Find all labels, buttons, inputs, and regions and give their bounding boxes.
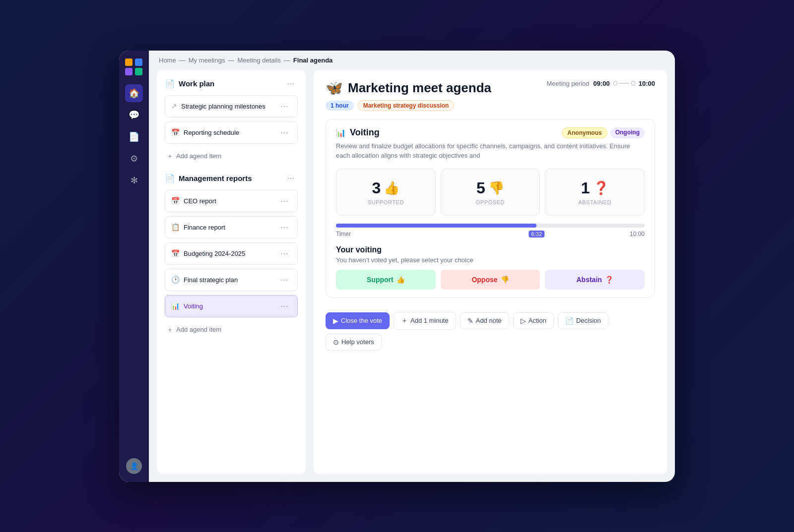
milestones-icon: ↗ [171, 102, 177, 110]
voiting-label: Voiting [184, 302, 203, 310]
sidebar-icon-home[interactable]: 🏠 [125, 84, 143, 102]
sidebar-icon-integration[interactable]: ✻ [125, 172, 143, 189]
breadcrumb: Home — My meetings — Meeting details — F… [149, 51, 675, 70]
avatar[interactable]: 👤 [126, 458, 142, 474]
close-vote-icon: ▶ [333, 317, 338, 325]
voiting-icon: 📊 [171, 302, 180, 310]
workplan-header: 📄 Work plan ⋯ [165, 78, 298, 89]
voting-header: 📊 Voiting Anonymous Ongoing [336, 127, 645, 138]
time-dot-left [613, 81, 618, 86]
content-area: 📄 Work plan ⋯ ↗ Strategic planning miles… [149, 70, 675, 482]
strategic-icon: 🕐 [171, 276, 180, 284]
abstain-button[interactable]: Abstain ❓ [545, 270, 645, 290]
ceo-more[interactable]: ⋯ [277, 195, 291, 207]
breadcrumb-sep2: — [228, 57, 234, 64]
abstained-count: 1 [581, 179, 590, 197]
timer-end: 10:00 [630, 231, 645, 237]
voiting-more[interactable]: ⋯ [277, 300, 291, 312]
add-note-icon: ✎ [467, 317, 473, 325]
reporting-icon: 📅 [171, 128, 180, 136]
meeting-header: 🦋 Marketing meet agenda Meeting period 0… [326, 80, 655, 96]
milestones-label: Strategic planning milestones [181, 103, 265, 110]
vote-box-abstained: 1 ❓ ABSTAINED [545, 169, 645, 216]
agenda-item-ceo[interactable]: 📅 CEO report ⋯ [165, 190, 298, 212]
agenda-item-reporting[interactable]: 📅 Reporting schedule ⋯ [165, 121, 298, 144]
oppose-emoji: 👎 [501, 276, 509, 284]
sidebar-icon-document[interactable]: 📄 [125, 128, 143, 146]
agenda-panel: 📄 Work plan ⋯ ↗ Strategic planning miles… [157, 70, 306, 474]
meeting-card: 🦋 Marketing meet agenda Meeting period 0… [314, 70, 667, 474]
supported-count: 3 [372, 179, 381, 197]
management-header: 📄 Management reports ⋯ [165, 173, 298, 184]
add-note-button[interactable]: ✎ Add note [460, 312, 509, 329]
add-minute-icon: ＋ [401, 316, 408, 325]
your-voting-title: Your voiting [336, 245, 645, 254]
sidebar-icon-chat[interactable]: 💬 [125, 106, 143, 124]
support-button[interactable]: Support 👍 [336, 270, 436, 290]
timer-label: Timer [336, 231, 351, 237]
sidebar-icon-settings[interactable]: ⚙ [125, 150, 143, 168]
decision-icon: 📄 [565, 317, 574, 325]
agenda-item-strategic[interactable]: 🕐 Final strategic plan ⋯ [165, 269, 298, 291]
reporting-label: Reporting schedule [184, 129, 239, 136]
opposed-label: OPPOSED [446, 199, 535, 205]
breadcrumb-current: Final agenda [293, 57, 332, 64]
agenda-item-voiting[interactable]: 📊 Voiting ⋯ [165, 295, 298, 317]
strategic-more[interactable]: ⋯ [277, 274, 291, 286]
breadcrumb-details[interactable]: Meeting details [237, 57, 280, 64]
workplan-title: 📄 Work plan [165, 79, 214, 88]
abstain-emoji: ❓ [605, 276, 613, 284]
breadcrumb-sep1: — [179, 57, 186, 64]
close-vote-button[interactable]: ▶ Close the vote [326, 312, 390, 329]
reporting-more[interactable]: ⋯ [277, 127, 291, 138]
your-voting-description: You haven't voted yet, please select you… [336, 256, 645, 264]
management-title: 📄 Management reports [165, 174, 252, 183]
decision-button[interactable]: 📄 Decision [558, 312, 608, 329]
vote-buttons: Support 👍 Oppose 👎 Abstain ❓ [336, 270, 645, 290]
supported-emoji: 👍 [384, 180, 399, 196]
help-voters-button[interactable]: ⊙ Help voters [326, 334, 382, 351]
agenda-item-budgeting[interactable]: 📅 Budgeting 2024-2025 ⋯ [165, 242, 298, 265]
voting-badges: Anonymous Ongoing [562, 127, 645, 138]
period-label: Meeting period [547, 80, 590, 87]
milestones-more[interactable]: ⋯ [277, 101, 291, 112]
ceo-label: CEO report [184, 197, 216, 205]
time-dot-line [619, 83, 629, 84]
management-add-item-button[interactable]: ＋ Add agend item [165, 321, 298, 338]
meeting-emoji: 🦋 [326, 80, 343, 96]
opposed-count: 5 [476, 179, 485, 197]
action-button[interactable]: ▷ Action [513, 312, 554, 329]
workplan-more-button[interactable]: ⋯ [284, 78, 298, 89]
meeting-title: Marketing meet agenda [348, 80, 491, 96]
ceo-icon: 📅 [171, 197, 180, 205]
abstained-label: ABSTAINED [550, 199, 639, 205]
workplan-add-item-button[interactable]: ＋ Add agend item [165, 148, 298, 165]
vote-box-opposed: 5 👎 OPPOSED [441, 169, 540, 216]
timer-current: 6:32 [529, 231, 544, 237]
breadcrumb-meetings[interactable]: My meetings [189, 57, 225, 64]
tags-row: 1 hour Marketing strategy discussion [326, 100, 655, 111]
badge-anonymous: Anonymous [562, 127, 607, 138]
management-more-button[interactable]: ⋯ [284, 173, 298, 184]
app-logo [125, 59, 143, 76]
voting-icon: 📊 [336, 128, 346, 137]
finance-more[interactable]: ⋯ [277, 222, 291, 233]
breadcrumb-sep3: — [284, 57, 290, 64]
tag-duration: 1 hour [326, 101, 354, 111]
app-frame: 🏠 💬 📄 ⚙ ✻ 👤 Home — My meetings — Meeting… [119, 51, 675, 482]
timer-section: Timer 6:32 10:00 [336, 224, 645, 237]
budgeting-more[interactable]: ⋯ [277, 248, 291, 259]
vote-box-supported: 3 👍 SUPPORTED [336, 169, 436, 216]
agenda-item-finance[interactable]: 📋 Finance report ⋯ [165, 216, 298, 238]
oppose-button[interactable]: Oppose 👎 [441, 270, 540, 290]
finance-label: Finance report [184, 224, 225, 231]
voting-title: Voiting [350, 127, 380, 138]
voting-description: Review and finalize budget allocations f… [336, 141, 645, 161]
time-display: 09:00 10:00 [594, 80, 656, 87]
agenda-item-milestones[interactable]: ↗ Strategic planning milestones ⋯ [165, 95, 298, 118]
strategic-label: Final strategic plan [184, 276, 238, 284]
add-minute-button[interactable]: ＋ Add 1 minute [394, 312, 456, 330]
budgeting-icon: 📅 [171, 249, 180, 257]
breadcrumb-home[interactable]: Home [159, 57, 176, 64]
timer-bar-container [336, 224, 645, 228]
